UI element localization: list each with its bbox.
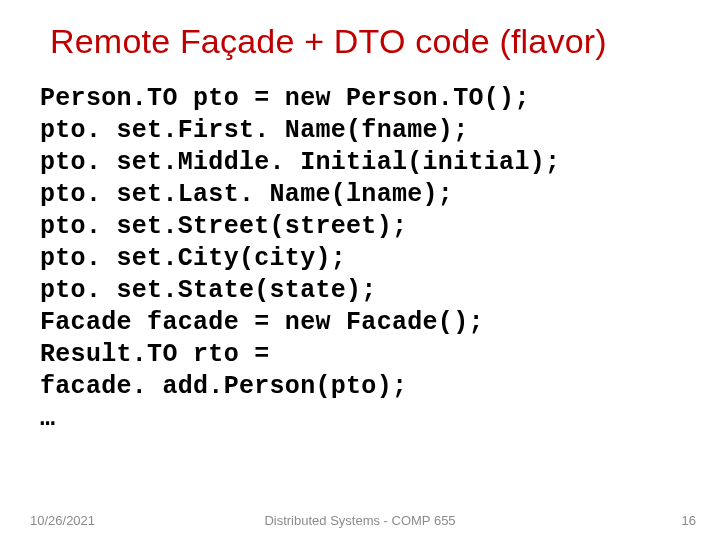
code-line: pto. set.Street(street); xyxy=(40,211,682,243)
footer-date: 10/26/2021 xyxy=(30,513,95,528)
code-line: pto. set.Middle. Initial(initial); xyxy=(40,147,682,179)
code-line: Person.TO pto = new Person.TO(); xyxy=(40,83,682,115)
footer-page-number: 16 xyxy=(682,513,696,528)
code-line: pto. set.Last. Name(lname); xyxy=(40,179,682,211)
code-line: pto. set.First. Name(fname); xyxy=(40,115,682,147)
slide-footer: 10/26/2021 Distributed Systems - COMP 65… xyxy=(0,513,720,528)
code-line: Result.TO rto = xyxy=(40,339,682,371)
code-line: pto. set.City(city); xyxy=(40,243,682,275)
code-line: facade. add.Person(pto); xyxy=(40,371,682,403)
code-line: … xyxy=(40,403,682,435)
code-line: pto. set.State(state); xyxy=(40,275,682,307)
footer-course: Distributed Systems - COMP 655 xyxy=(264,513,455,528)
code-block: Person.TO pto = new Person.TO(); pto. se… xyxy=(38,83,682,435)
code-line: Facade facade = new Facade(); xyxy=(40,307,682,339)
slide: Remote Façade + DTO code (flavor) Person… xyxy=(0,0,720,540)
slide-title: Remote Façade + DTO code (flavor) xyxy=(38,22,682,61)
